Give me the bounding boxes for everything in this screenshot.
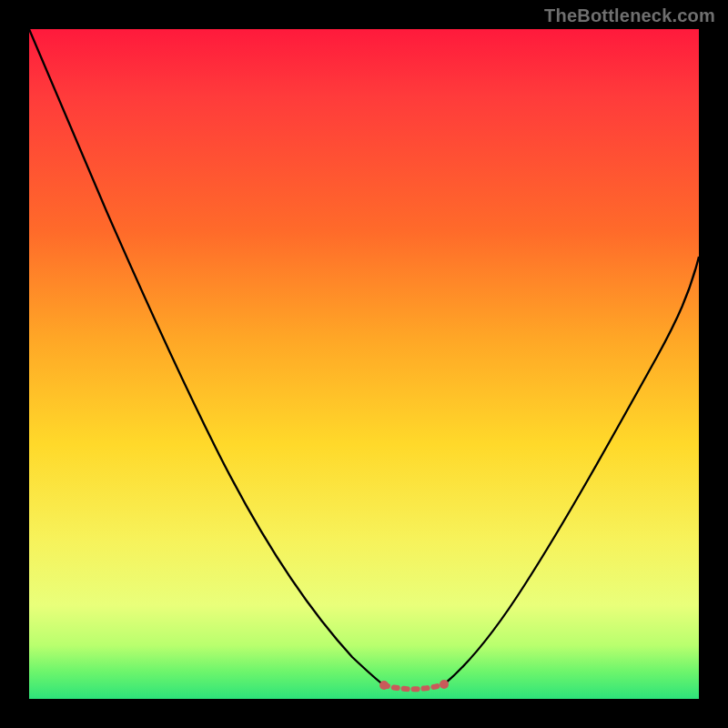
watermark-text: TheBottleneck.com	[544, 5, 715, 26]
trough-marker	[379, 680, 449, 690]
plot-area	[29, 29, 699, 699]
curve-layer	[29, 29, 699, 699]
right-curve	[444, 257, 699, 684]
left-curve	[29, 29, 384, 685]
chart-frame: TheBottleneck.com	[0, 0, 728, 728]
